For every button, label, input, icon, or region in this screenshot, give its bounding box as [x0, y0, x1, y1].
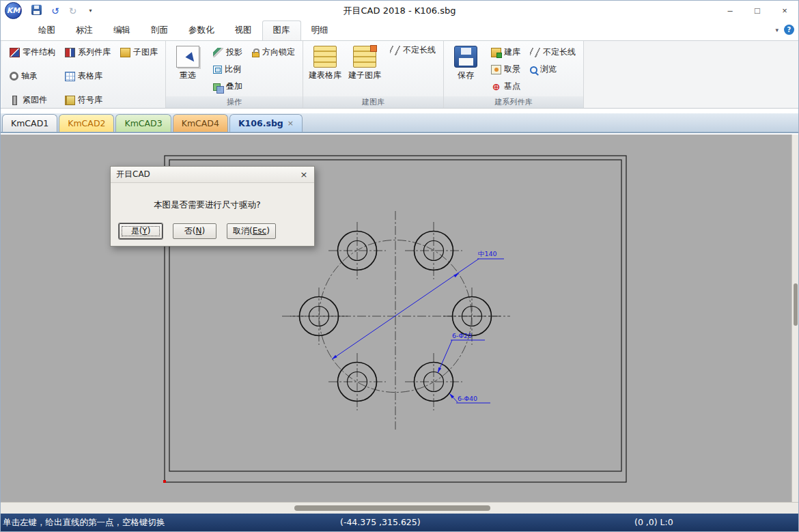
ribbon-item-fastener[interactable]: 紧固件: [8, 94, 57, 107]
ribbon-collapse-icon[interactable]: ▾: [775, 27, 779, 33]
window-controls: – □ ×: [716, 1, 798, 20]
quick-access-toolbar: ↺ ↻ ▾: [30, 5, 93, 17]
lock-icon: [252, 52, 260, 57]
btn-mnemonic: Y: [142, 226, 147, 236]
document-tab-bar: KmCAD1 KmCAD2 KmCAD3 KmCAD4 K106.sbg×: [1, 109, 798, 133]
horizontal-scrollbar[interactable]: [1, 502, 798, 514]
status-origin-info: (0 ,0) L:0: [634, 517, 673, 527]
ribbon-item-build-sub-lib[interactable]: 建子图库: [348, 44, 381, 81]
ribbon-item-symbol-lib[interactable]: 符号库: [63, 94, 113, 107]
tab-close-icon[interactable]: ×: [288, 119, 294, 128]
doc-tab-label: KmCAD4: [182, 118, 219, 128]
ribbon: 零件结构 系列件库 子图库 轴承 表格库 紧固件 符号库 调用 重选 投影 方向…: [1, 40, 798, 109]
reselect-icon: [176, 46, 199, 68]
ribbon-item-label: 叠加: [226, 81, 242, 92]
ribbon-item-sub-lib[interactable]: 子图库: [118, 46, 160, 59]
dimension-drive-dialog: 开目CAD × 本图是否需要进行尺寸驱动? 是(Y) 否(N) 取消(Esc): [110, 166, 315, 247]
ribbon-item-label: 不定长线: [403, 44, 436, 56]
dialog-buttons: 是(Y) 否(N) 取消(Esc): [119, 223, 276, 239]
ribbon-item-undef-line-2[interactable]: 不定长线: [528, 46, 578, 59]
ribbon-item-projection[interactable]: 投影: [211, 46, 244, 59]
btn-label: 否(: [184, 226, 196, 236]
ribbon-item-direction-lock[interactable]: 方向锁定: [250, 46, 297, 59]
vertical-scrollbar[interactable]: [791, 135, 798, 502]
horizontal-scrollbar-thumb[interactable]: [294, 505, 490, 511]
tab-view[interactable]: 视图: [225, 21, 262, 40]
dimensions: 中140 6-Φ20 6-Φ40: [332, 250, 504, 403]
scale-icon: [213, 66, 222, 74]
ribbon-item-capture[interactable]: 取景: [489, 63, 522, 76]
browse-icon: [530, 66, 537, 74]
dim-bolt-circle: 中140: [478, 250, 497, 257]
tab-draw[interactable]: 绘图: [28, 21, 66, 40]
ribbon-item-browse[interactable]: 浏览: [528, 63, 578, 76]
ribbon-item-overlay[interactable]: 叠加: [211, 80, 244, 93]
qat-more-button[interactable]: ▾: [87, 5, 93, 16]
sub-lib-icon: [120, 48, 130, 57]
tab-edit[interactable]: 编辑: [103, 21, 141, 40]
symbol-lib-icon: [65, 96, 75, 105]
tab-section[interactable]: 剖面: [141, 21, 178, 40]
help-icon[interactable]: ?: [784, 25, 794, 35]
ribbon-item-label: 浏览: [540, 64, 557, 75]
doc-tab-kmcad3[interactable]: KmCAD3: [115, 114, 171, 132]
ribbon-item-undef-line[interactable]: 不定长线: [388, 44, 438, 57]
dialog-title: 开目CAD: [116, 169, 150, 180]
app-logo: KM: [5, 2, 22, 19]
build-table-lib-icon: [313, 46, 337, 68]
ribbon-group-ops: 重选 投影 方向锁定 比例 叠加 操作: [166, 41, 303, 108]
cancel-button[interactable]: 取消(Esc): [227, 223, 276, 239]
ribbon-item-build-table-lib[interactable]: 建表格库: [309, 44, 341, 81]
btn-label: 取消(: [233, 226, 253, 236]
ribbon-item-label: 建表格库: [309, 70, 341, 81]
undef-line-icon: [390, 46, 400, 55]
redo-button[interactable]: ↻: [68, 5, 79, 16]
doc-tab-label: KmCAD2: [68, 118, 105, 128]
undef-line-icon: [530, 48, 540, 57]
ribbon-item-label: 系列件库: [78, 46, 111, 58]
tab-parametric[interactable]: 参数化: [178, 21, 225, 40]
tab-detail[interactable]: 明细: [301, 21, 339, 40]
ribbon-item-label: 取景: [504, 64, 520, 75]
ribbon-item-table-lib[interactable]: 表格库: [63, 70, 113, 83]
btn-label: ): [201, 226, 205, 236]
part-structure-icon: [10, 48, 20, 57]
ribbon-item-bearing[interactable]: 轴承: [8, 70, 57, 83]
tab-library[interactable]: 图库: [262, 20, 301, 40]
tab-annotate[interactable]: 标注: [66, 21, 103, 40]
fastener-icon: [12, 96, 17, 105]
ribbon-item-series-lib[interactable]: 系列件库: [63, 46, 113, 59]
series-lib-icon: [65, 48, 75, 57]
minimize-button[interactable]: –: [716, 1, 744, 20]
build-lib-icon: [491, 48, 501, 57]
ribbon-item-reselect[interactable]: 重选: [171, 44, 204, 81]
save-lib-icon: [454, 46, 477, 68]
app-window: KM ↺ ↻ ▾ 开目CAD 2018 - K106.sbg – □ × 绘图 …: [0, 0, 799, 532]
ribbon-item-label: 紧固件: [23, 94, 47, 106]
ribbon-item-base-point[interactable]: ⊕基点: [489, 80, 522, 93]
ribbon-item-save-lib[interactable]: 保存: [449, 44, 482, 81]
undo-button[interactable]: ↺: [50, 5, 61, 16]
app-logo-text: KM: [7, 6, 20, 15]
ribbon-item-build-lib[interactable]: 建库: [489, 46, 522, 59]
ribbon-item-label: 方向锁定: [262, 46, 295, 58]
doc-tab-kmcad4[interactable]: KmCAD4: [173, 114, 228, 132]
dialog-close-icon[interactable]: ×: [294, 167, 314, 182]
yes-button[interactable]: 是(Y): [119, 223, 163, 239]
doc-tab-kmcad1[interactable]: KmCAD1: [2, 114, 57, 132]
doc-tab-label: KmCAD3: [124, 118, 162, 128]
hole-circle: [328, 353, 386, 410]
ribbon-item-scale[interactable]: 比例: [211, 63, 244, 76]
ribbon-item-label: 保存: [458, 70, 474, 81]
status-cursor-coords: (-44.375 ,315.625): [340, 517, 421, 527]
maximize-button[interactable]: □: [744, 1, 771, 20]
close-button[interactable]: ×: [771, 1, 798, 20]
save-button[interactable]: [30, 5, 43, 17]
dialog-titlebar[interactable]: 开目CAD ×: [111, 167, 314, 183]
vertical-scrollbar-thumb[interactable]: [794, 283, 798, 326]
doc-tab-kmcad2[interactable]: KmCAD2: [59, 114, 114, 132]
ribbon-item-label: 基点: [504, 81, 520, 92]
ribbon-item-part-structure[interactable]: 零件结构: [8, 46, 57, 59]
no-button[interactable]: 否(N): [173, 223, 216, 239]
doc-tab-k106[interactable]: K106.sbg×: [229, 114, 303, 132]
